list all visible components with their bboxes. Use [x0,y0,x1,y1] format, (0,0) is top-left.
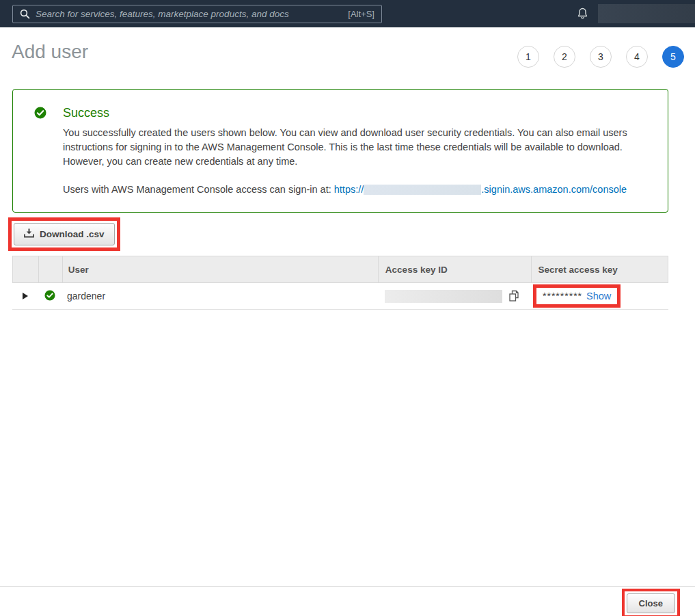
signin-url-link[interactable]: https://.signin.aws.amazon.com/console [334,184,627,195]
close-button[interactable]: Close [627,593,675,613]
row-secret-key-cell: ********* Show [532,284,668,308]
page-title: Add user [12,41,88,63]
row-user-name: gardener [62,291,378,302]
access-key-id-redacted [385,290,502,303]
signin-url-prefix: Users with AWS Management Console access… [63,184,331,195]
wizard-step-3[interactable]: 3 [590,46,612,68]
footer-divider [0,586,695,587]
wizard-step-4[interactable]: 4 [626,46,648,68]
wizard-step-1[interactable]: 1 [517,46,539,68]
secret-key-mask: ********* [543,291,582,302]
global-search-box[interactable]: [Alt+S] [12,5,382,23]
created-users-table: User Access key ID Secret access key gar… [12,256,668,310]
search-shortcut-hint: [Alt+S] [348,9,374,19]
annotation-box-download-csv: Download .csv [8,217,120,251]
top-navigation-bar: [Alt+S] [0,0,695,27]
wizard-step-indicator: 1 2 3 4 5 [517,46,684,68]
table-header-secret-access-key: Secret access key [531,256,668,282]
show-secret-link[interactable]: Show [586,291,611,302]
copy-icon[interactable] [508,289,521,303]
wizard-step-2[interactable]: 2 [554,46,575,68]
row-success-check-icon [44,290,55,303]
success-alert: Success You successfully created the use… [12,89,668,213]
wizard-step-5-active[interactable]: 5 [662,46,684,68]
search-icon [20,9,30,19]
table-header-row: User Access key ID Secret access key [12,256,668,283]
annotation-box-secret-show: ********* Show [533,284,621,308]
download-csv-label: Download .csv [40,229,105,239]
account-id-redacted [364,185,481,195]
table-row: gardener ********* Show [12,283,668,310]
account-info-redacted[interactable] [598,4,695,23]
table-header-access-key-id: Access key ID [378,256,532,282]
download-csv-button[interactable]: Download .csv [14,223,115,245]
download-icon [24,228,34,240]
search-input[interactable] [36,9,342,19]
success-alert-body: You successfully created the users shown… [63,126,649,169]
notifications-bell-icon[interactable] [577,8,588,23]
signin-url-line: Users with AWS Management Console access… [63,184,649,195]
row-access-key-cell [378,289,532,303]
table-header-user: User [62,256,378,282]
success-alert-title: Success [63,106,649,120]
row-expand-caret-icon[interactable] [23,293,28,299]
annotation-box-close: Close [622,589,680,616]
table-header-status [38,256,62,282]
success-check-icon [34,107,46,212]
